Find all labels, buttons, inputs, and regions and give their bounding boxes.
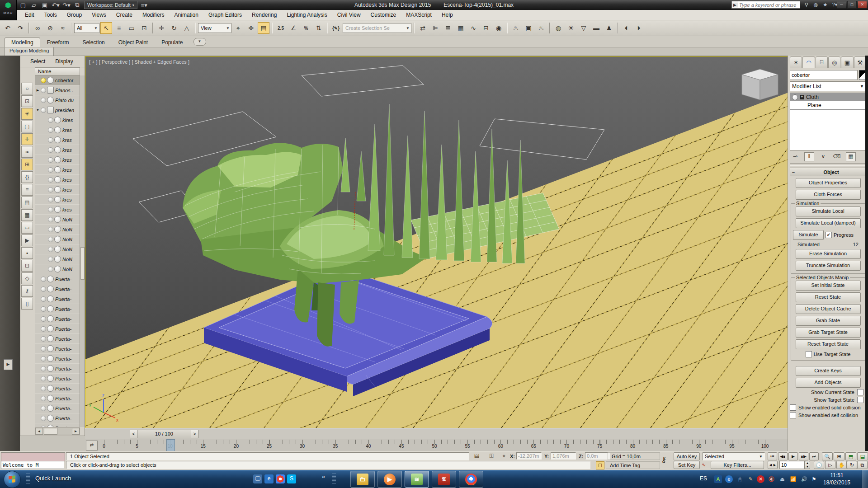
explorer-menu-select[interactable]: Select — [26, 57, 50, 66]
list-item[interactable]: cobertor — [35, 75, 80, 85]
mirror-icon[interactable]: ⇄ — [417, 22, 429, 34]
filter-lights-icon[interactable]: ☀ — [21, 108, 33, 120]
select-by-name-icon[interactable]: ≡ — [113, 22, 125, 34]
list-item[interactable]: Puerta- — [35, 324, 80, 334]
cloth-forces-button[interactable]: Cloth Forces — [796, 190, 861, 200]
frame-spinner[interactable]: ▲▼ — [805, 461, 810, 469]
current-frame-field[interactable] — [779, 461, 805, 469]
open-file-icon[interactable]: ▱ — [30, 2, 38, 9]
frame-indicator[interactable]: 10 / 100 — [137, 430, 191, 438]
selection-filter-dropdown[interactable]: All▼ — [74, 23, 99, 33]
list-item[interactable]: Puerta- — [35, 354, 80, 364]
go-to-start-button[interactable]: ⏮ — [768, 452, 777, 460]
filter-xrefs-icon[interactable]: {} — [21, 171, 33, 183]
selection-lock-icon[interactable]: ⚿ — [487, 453, 495, 460]
snaps-toggle-icon[interactable]: 2.5 — [275, 22, 287, 34]
ribbon-toggle-icon[interactable]: ▦ — [455, 22, 467, 34]
show-current-state-checkbox[interactable] — [857, 389, 863, 395]
filter-bones-icon[interactable]: ≡ — [21, 184, 33, 196]
list-item[interactable]: Puerta- — [35, 294, 80, 304]
tab-modify[interactable]: ◠ — [802, 56, 815, 68]
menu-group[interactable]: Group — [62, 10, 87, 19]
internet-explorer-icon[interactable]: e — [264, 474, 274, 483]
curve-editor-icon[interactable]: ∿ — [467, 22, 479, 34]
absolute-mode-icon[interactable]: ⌖ — [500, 453, 508, 460]
list-item[interactable]: Puerta- — [35, 423, 80, 427]
set-keys-icon[interactable]: ⚷ — [661, 455, 672, 466]
key-mode-toggle[interactable]: ◄► — [768, 461, 778, 469]
favorites-star-icon[interactable]: ★ — [822, 2, 829, 8]
list-item[interactable]: Puerta- — [35, 374, 80, 384]
erase-simulation-button[interactable]: Erase Simulation — [796, 249, 861, 259]
expand-right-icon[interactable]: ▶ — [36, 89, 40, 92]
communication-center-icon[interactable]: ◍ — [812, 2, 819, 8]
previous-frame-button[interactable]: < — [130, 430, 137, 438]
muted-speaker-tray-icon[interactable]: 🔇 — [768, 475, 775, 483]
list-item[interactable]: NoN — [35, 215, 80, 225]
render-globe-icon[interactable]: ◍ — [552, 22, 564, 34]
scroll-right-icon[interactable]: ► — [72, 428, 80, 435]
list-item[interactable]: Puerta- — [35, 384, 80, 394]
scrollbar-thumb[interactable] — [44, 428, 57, 435]
menu-maxscript[interactable]: MAXScript — [401, 10, 437, 19]
use-target-state-checkbox[interactable] — [806, 351, 812, 357]
visibility-bulb-icon[interactable] — [41, 416, 46, 421]
tab-motion[interactable]: ◎ — [828, 56, 840, 68]
simulate-button[interactable]: Simulate — [793, 230, 824, 240]
list-item[interactable]: ▼presiden — [35, 105, 80, 115]
simulate-local-button[interactable]: Simulate Local — [796, 206, 861, 216]
visibility-bulb-icon[interactable] — [48, 147, 53, 153]
list-item[interactable]: kres — [35, 145, 80, 155]
filter-groups-icon[interactable]: ⊞ — [21, 159, 33, 170]
modifier-stack-item[interactable]: Plane — [790, 101, 866, 110]
visibility-bulb-icon[interactable] — [48, 167, 53, 173]
object-rollout-header[interactable]: − Object — [790, 168, 866, 176]
visibility-bulb-icon[interactable] — [41, 306, 46, 312]
list-item[interactable]: Puerta- — [35, 274, 80, 284]
project-folder-icon[interactable]: ⧉ — [73, 1, 81, 9]
y-coordinate-field[interactable]: 1,076m — [551, 452, 576, 460]
layer-manager-icon[interactable]: ≣ — [442, 22, 454, 34]
tab-hierarchy[interactable]: ⌸ — [816, 56, 828, 68]
filter-arrow-icon[interactable]: ▶ — [21, 235, 33, 246]
menu-modifiers[interactable]: Modifiers — [137, 10, 170, 19]
visibility-bulb-icon[interactable] — [48, 267, 53, 272]
menu-tools[interactable]: Tools — [39, 10, 62, 19]
menu-edit[interactable]: Edit — [20, 10, 39, 19]
chrome-quicklaunch-icon[interactable] — [276, 474, 285, 483]
search-arrow-icon[interactable]: ▶ — [732, 3, 738, 7]
undo-icon[interactable]: ↶▾ — [52, 2, 60, 9]
isolate-selection-icon[interactable]: 🜲 — [473, 453, 481, 460]
list-item[interactable]: ▶Planos-. — [35, 85, 80, 95]
menu-civil-view[interactable]: Civil View — [332, 10, 366, 19]
list-item[interactable]: Puerta- — [35, 334, 80, 344]
ribbon-tab-populate[interactable]: Populate — [155, 38, 189, 47]
visibility-bulb-icon[interactable] — [48, 257, 53, 262]
list-item[interactable]: Puerta- — [35, 314, 80, 324]
show-desktop-button[interactable] — [862, 470, 868, 488]
menu-help[interactable]: Help — [437, 10, 458, 19]
ribbon-minimize-icon[interactable]: ▼ — [193, 38, 206, 46]
schematic-view-icon[interactable]: ⊟ — [480, 22, 492, 34]
workspace-dropdown[interactable]: Workspace: Default ▾ — [84, 1, 137, 9]
ribbon-tab-freeform[interactable]: Freeform — [40, 38, 76, 47]
show-target-state-checkbox[interactable] — [857, 397, 863, 403]
go-to-end-button[interactable]: ⏭ — [809, 452, 819, 460]
key-curve-icon[interactable]: ∿ — [702, 462, 706, 468]
autodesk-tray-icon[interactable]: A — [714, 475, 722, 483]
select-and-link-icon[interactable]: ∞ — [32, 22, 43, 34]
expand-down-icon[interactable]: ▼ — [36, 108, 40, 112]
undo-icon[interactable]: ↶ — [2, 22, 14, 34]
filter-key-icon[interactable]: ⚷ — [21, 285, 33, 297]
list-item[interactable]: NoN — [35, 264, 80, 274]
visibility-bulb-icon[interactable] — [41, 426, 46, 427]
name-column-header[interactable]: Name — [35, 67, 80, 75]
visibility-bulb-icon[interactable] — [41, 296, 46, 302]
select-and-move-icon[interactable]: ✛ — [156, 22, 167, 34]
modifier-bulb-icon[interactable] — [792, 94, 798, 100]
language-indicator[interactable]: ES — [700, 475, 707, 482]
remove-modifier-icon[interactable]: ⌫ — [832, 153, 841, 161]
bind-to-space-warp-icon[interactable]: ≈ — [57, 22, 69, 34]
list-item[interactable]: klres — [35, 115, 80, 125]
track-bar[interactable]: 0510152025303540455055606570758085909510… — [85, 439, 788, 451]
